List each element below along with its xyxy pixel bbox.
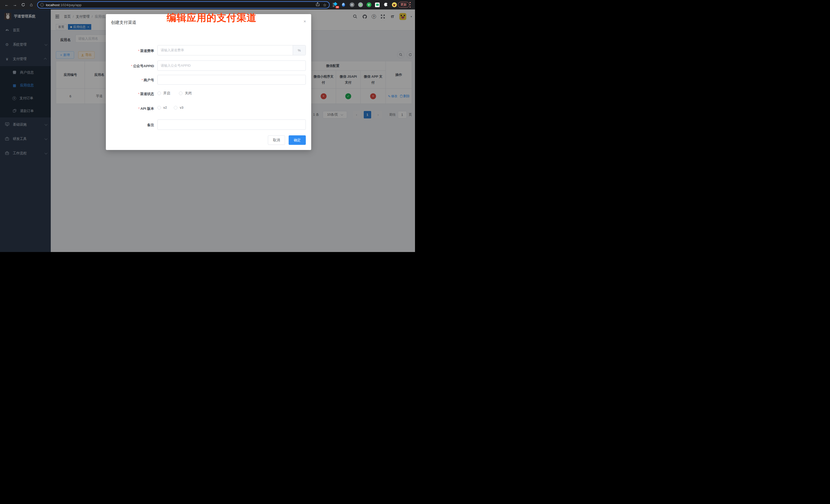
annotation-text: 编辑应用的支付渠道: [167, 11, 257, 24]
home-icon[interactable]: ⌂: [27, 1, 35, 8]
extension-badge: 10: [336, 6, 339, 8]
extension-icon[interactable]: [358, 2, 363, 7]
reload-icon[interactable]: [19, 1, 27, 8]
extension-icon[interactable]: 10: [332, 2, 338, 7]
screen: ← → ⌂ i localhost:1024/pay/app ☆ 10: [0, 0, 415, 252]
status-on-radio[interactable]: 开启: [157, 91, 170, 96]
browser-menu-icon[interactable]: [410, 2, 411, 7]
field-label-rate: *渠道费率: [138, 49, 154, 53]
field-label-remark: 备注: [147, 123, 154, 127]
radio-icon: [174, 106, 178, 109]
remark-input[interactable]: [157, 120, 306, 130]
extension-icon[interactable]: ⌘: [349, 2, 354, 7]
cancel-button[interactable]: 取消: [268, 135, 285, 145]
confirm-button[interactable]: 确定: [289, 135, 306, 145]
status-off-radio[interactable]: 关闭: [179, 91, 192, 96]
api-v2-radio[interactable]: v2: [157, 106, 167, 109]
rate-input[interactable]: 请输入渠道费率 %: [157, 45, 306, 55]
field-label-mch: *商户号: [141, 78, 154, 83]
field-label-appid: *公众号APPID: [131, 64, 154, 68]
dialog-title: 创建支付渠道: [111, 20, 136, 25]
extensions-strip: 10 ⌘ V: [332, 0, 397, 9]
radio-icon: [179, 92, 183, 95]
share-icon[interactable]: [316, 2, 319, 7]
api-v3-radio[interactable]: v3: [174, 106, 183, 109]
radio-icon: [157, 106, 161, 109]
url-text: localhost:1024/pay/app: [46, 3, 82, 7]
back-icon[interactable]: ←: [3, 1, 11, 8]
percent-suffix: %: [293, 45, 306, 55]
puzzle-extensions-icon[interactable]: [383, 2, 388, 7]
browser-update-button[interactable]: 更新: [398, 2, 409, 8]
url-bar[interactable]: i localhost:1024/pay/app ☆: [37, 1, 330, 8]
dialog-close-icon[interactable]: ×: [304, 19, 306, 24]
field-label-status: *渠道状态: [138, 92, 154, 96]
extension-icon[interactable]: [341, 2, 346, 7]
field-label-api: *API 版本: [138, 106, 154, 111]
create-pay-channel-dialog: 创建支付渠道 × *渠道费率 请输入渠道费率 % *公众号APPID 请输入公众…: [106, 14, 311, 150]
profile-avatar-icon[interactable]: [392, 2, 397, 7]
bookmark-star-icon[interactable]: ☆: [323, 3, 326, 7]
extension-icon[interactable]: V: [366, 2, 372, 7]
forward-icon[interactable]: →: [11, 1, 19, 8]
appid-input[interactable]: 请输入公众号APPID: [157, 61, 306, 71]
browser-toolbar: ← → ⌂ i localhost:1024/pay/app ☆ 10: [0, 0, 415, 9]
extension-icon[interactable]: [375, 2, 380, 7]
site-info-icon[interactable]: i: [40, 3, 44, 7]
radio-icon: [157, 92, 161, 95]
merchant-no-input[interactable]: [157, 75, 306, 85]
